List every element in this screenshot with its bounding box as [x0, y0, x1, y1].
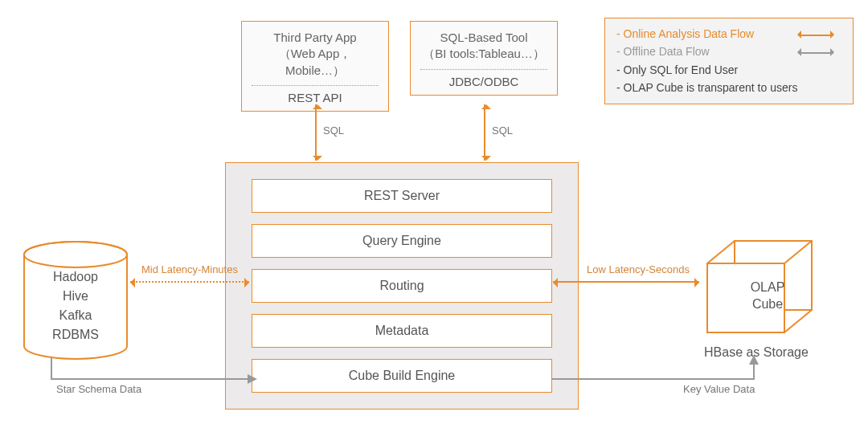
mid-latency-label: Mid Latency-Minutes	[141, 263, 238, 275]
core-query-engine: Query Engine	[252, 224, 552, 258]
dotted-divider	[420, 69, 547, 70]
third-party-app-box: Third Party App （Web App，Mobile…） REST A…	[241, 21, 389, 112]
low-latency-arrow-icon	[553, 281, 699, 283]
mid-latency-arrow-icon	[130, 281, 249, 283]
legend-box: - Online Analysis Data Flow - Offline Da…	[604, 18, 854, 104]
sql-tool-api: JDBC/ODBC	[420, 75, 547, 95]
svg-line-4	[707, 241, 735, 263]
sql-arrow-right-icon	[484, 104, 485, 161]
hadoop-stack-label: Hadoop Hive Kafka RDBMS	[23, 267, 129, 344]
core-cube-build-engine: Cube Build Engine	[252, 359, 552, 393]
hadoop-cylinder: Hadoop Hive Kafka RDBMS	[23, 240, 129, 361]
key-value-label: Key Value Data	[683, 383, 755, 395]
third-party-title: Third Party App （Web App，Mobile…）	[252, 30, 379, 79]
legend-line4: - OLAP Cube is transparent to users	[616, 79, 841, 96]
core-rest-server: REST Server	[252, 179, 552, 213]
sql-tool-title: SQL-Based Tool （BI tools:Tableau…）	[420, 30, 547, 63]
olap-cube-container: OLAP Cube	[707, 241, 828, 345]
core-metadata: Metadata	[252, 314, 552, 348]
sql-label-right: SQL	[492, 124, 513, 137]
core-routing: Routing	[252, 269, 552, 303]
sql-arrow-left-icon	[315, 104, 317, 161]
sql-tool-box: SQL-Based Tool （BI tools:Tableau…） JDBC/…	[410, 21, 558, 96]
core-container: REST Server Query Engine Routing Metadat…	[225, 162, 579, 410]
dotted-divider	[252, 85, 379, 86]
low-latency-label: Low Latency-Seconds	[587, 263, 690, 275]
svg-line-6	[784, 310, 812, 332]
star-schema-label: Star Schema Data	[56, 383, 141, 395]
hbase-storage-label: HBase as Storage	[704, 345, 809, 360]
legend-line3: - Only SQL for End User	[616, 61, 841, 79]
olap-cube-label: OLAP Cube	[707, 279, 828, 313]
sql-label-left: SQL	[323, 124, 344, 137]
